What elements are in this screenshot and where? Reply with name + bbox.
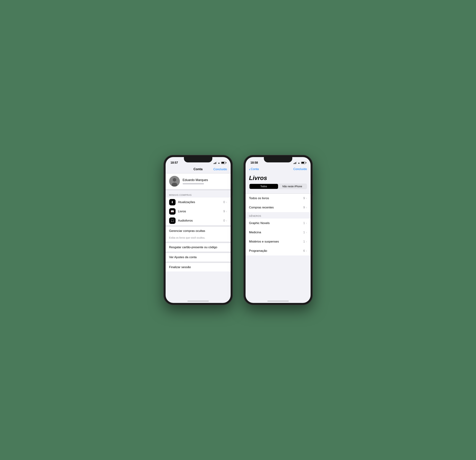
generos-header-text: GÊNEROS — [249, 215, 261, 217]
purchases-list: ⬇ Atualizações 0 › 📖 Livros 9 › 🎧 — [166, 197, 231, 225]
graphic-novels-chevron: › — [306, 221, 307, 225]
gerenciar-sub: Exiba os livros que você ocultou. — [166, 235, 231, 242]
compras-recentes-item[interactable]: Compras recentes 9 › — [246, 203, 311, 212]
misterios-label: Mistérios e suspenses — [249, 240, 303, 243]
phone-2: 18:58 ▲ ‹ Co — [243, 155, 313, 305]
signout-section: Finalizar sessão — [166, 263, 231, 272]
audiolivros-value: 0 — [223, 219, 225, 222]
updates-value: 0 — [223, 200, 225, 204]
home-indicator-2 — [267, 301, 289, 301]
profile-info: Eduardo Marques — [183, 178, 227, 184]
graphic-novels-label: Graphic Novels — [249, 221, 303, 225]
power-button-2[interactable] — [313, 183, 313, 196]
list-item-livros[interactable]: 📖 Livros 9 › — [166, 207, 231, 216]
divider-thick-1 — [166, 189, 231, 190]
livros-value: 9 — [223, 210, 225, 213]
svg-point-1 — [173, 178, 176, 182]
ajustes-section: Ver Ajustes da conta — [166, 253, 231, 262]
misterios-chevron: › — [306, 240, 307, 243]
seg-todos[interactable]: Todos — [249, 184, 278, 189]
status-icons-2: ▲ — [294, 162, 306, 164]
profile-name: Eduardo Marques — [183, 178, 227, 182]
seg-not-on-iphone[interactable]: Não neste iPhone — [278, 184, 307, 189]
segmented-control: Todos Não neste iPhone — [249, 184, 307, 189]
todos-livros-chevron: › — [306, 197, 307, 200]
compras-recentes-value: 9 — [303, 206, 305, 209]
list-item-updates[interactable]: ⬇ Atualizações 0 › — [166, 197, 231, 207]
todos-livros-item[interactable]: Todos os livros 9 › — [246, 194, 311, 203]
divider-thick-3 — [166, 242, 231, 243]
resgatar-item[interactable]: Resgatar cartão-presente ou código — [166, 243, 231, 252]
livros-chevron: › — [226, 210, 227, 213]
home-indicator-1 — [187, 301, 209, 301]
medicina-item[interactable]: Medicina 1 › — [246, 228, 311, 237]
page-title: Livros — [246, 173, 311, 184]
todos-livros-value: 9 — [303, 196, 305, 200]
phone-1: 18:57 ▲ Conta Concluído — [163, 155, 233, 305]
nav-back-label: Conta — [251, 167, 259, 171]
updates-icon: ⬇ — [169, 199, 176, 205]
avatar-image — [169, 176, 180, 187]
page-title-area: Livros — [246, 173, 311, 184]
genre-list: Graphic Novels 1 › Medicina 1 › Mistério… — [246, 219, 311, 256]
profile-row: Eduardo Marques — [166, 173, 231, 189]
misterios-value: 1 — [303, 240, 305, 243]
avatar-svg — [169, 176, 180, 187]
signal-icon-2 — [294, 162, 297, 164]
livros-icon: 📖 — [169, 208, 176, 215]
nav-action-1[interactable]: Concluído — [213, 168, 227, 171]
graphic-novels-value: 1 — [303, 221, 305, 225]
misterios-item[interactable]: Mistérios e suspenses 1 › — [246, 237, 311, 246]
audiolivros-label: Audiolivros — [178, 219, 223, 222]
screen-2: 18:58 ▲ ‹ Co — [246, 157, 311, 303]
notch-2 — [264, 157, 292, 162]
back-chevron-icon: ‹ — [249, 167, 250, 171]
wifi-icon-2: ▲ — [298, 162, 300, 164]
nav-back[interactable]: ‹ Conta — [249, 167, 259, 171]
audiolivros-icon: 🎧 — [169, 217, 176, 224]
divider-thick-5 — [166, 262, 231, 263]
section-header-text: MINHAS COMPRAS — [169, 194, 192, 196]
divider-thick-2 — [166, 225, 231, 227]
programacao-item[interactable]: Programação 6 › — [246, 246, 311, 256]
updates-chevron: › — [226, 201, 227, 204]
section-header-purchases: MINHAS COMPRAS — [166, 190, 231, 197]
scene: 18:57 ▲ Conta Concluído — [163, 155, 313, 305]
status-time-2: 18:58 — [251, 161, 258, 164]
wifi-icon-1: ▲ — [218, 162, 220, 164]
vol-down-button-2[interactable] — [243, 191, 244, 200]
signout-item[interactable]: Finalizar sessão — [166, 263, 231, 272]
graphic-novels-item[interactable]: Graphic Novels 1 › — [246, 219, 311, 228]
ajustes-item[interactable]: Ver Ajustes da conta — [166, 253, 231, 262]
manage-section: Gerenciar compras ocultas Exiba os livro… — [166, 227, 231, 242]
redeem-section: Resgatar cartão-presente ou código — [166, 243, 231, 252]
medicina-chevron: › — [306, 231, 307, 234]
battery-icon-2 — [301, 162, 306, 164]
nav-bar-2: ‹ Conta Concluído — [246, 166, 311, 173]
profile-sub — [183, 183, 204, 184]
signal-icon-1 — [213, 162, 217, 164]
compras-recentes-chevron: › — [306, 206, 307, 209]
updates-label: Atualizações — [178, 200, 223, 204]
screen-1: 18:57 ▲ Conta Concluído — [166, 157, 231, 303]
notch-1 — [184, 157, 212, 162]
top-list: Todos os livros 9 › Compras recentes 9 › — [246, 194, 311, 212]
vol-up-button-2[interactable] — [243, 180, 244, 189]
nav-bar-1: Conta Concluído — [166, 166, 231, 173]
vol-down-button[interactable] — [163, 191, 164, 200]
status-time-1: 18:57 — [170, 161, 178, 164]
gerenciar-item[interactable]: Gerenciar compras ocultas — [166, 227, 231, 235]
list-item-audiolivros[interactable]: 🎧 Audiolivros 0 › — [166, 216, 231, 225]
seg-area: Todos Não neste iPhone — [246, 184, 311, 194]
medicina-value: 1 — [303, 231, 305, 234]
livros-label: Livros — [178, 210, 223, 213]
nav-action-2[interactable]: Concluído — [293, 167, 307, 171]
medicina-label: Medicina — [249, 231, 303, 234]
todos-livros-label: Todos os livros — [249, 196, 303, 200]
vol-up-button[interactable] — [163, 180, 164, 189]
compras-recentes-label: Compras recentes — [249, 206, 303, 209]
programacao-label: Programação — [249, 249, 303, 253]
battery-icon-1 — [221, 162, 226, 164]
avatar — [169, 176, 180, 187]
generos-header: GÊNEROS — [246, 212, 311, 219]
